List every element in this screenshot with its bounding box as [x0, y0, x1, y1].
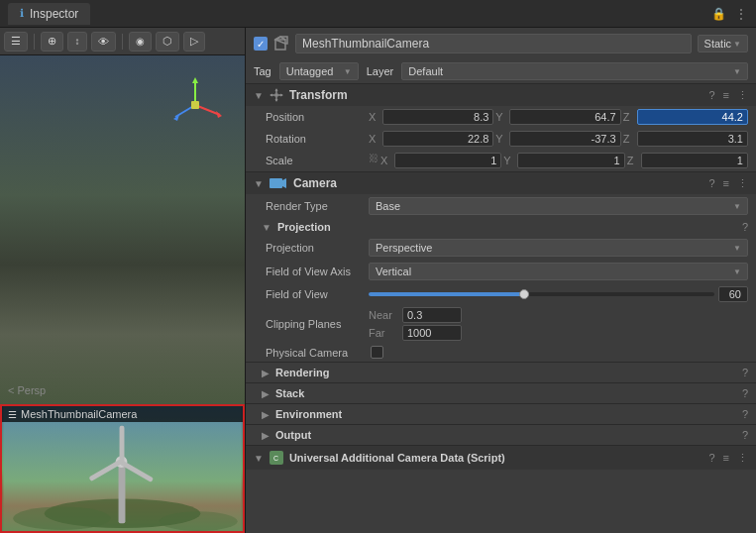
rendering-section[interactable]: ▶ Rendering ?	[246, 362, 756, 382]
tag-text-label: Tag	[254, 65, 271, 77]
rotation-z-field: Z 3.1	[623, 131, 748, 147]
clipping-planes-row: Clipping Planes Near 0.3 Far 1000	[246, 305, 756, 343]
fov-slider-thumb[interactable]	[519, 289, 529, 299]
toolbar-sep-2	[122, 34, 123, 50]
stack-section[interactable]: ▶ Stack ?	[246, 382, 756, 403]
scale-z-value[interactable]: 1	[641, 153, 748, 168]
inspector-tab[interactable]: ℹ Inspector	[8, 3, 90, 25]
projection-help-icon[interactable]: ?	[742, 221, 748, 233]
output-section[interactable]: ▶ Output ?	[246, 424, 756, 445]
render-type-arrow: ▼	[733, 202, 741, 211]
toolbar-view-btn[interactable]: 👁	[91, 32, 116, 52]
environment-title: Environment	[275, 408, 736, 420]
scale-x-field: X 1	[380, 153, 501, 168]
object-name-field[interactable]: MeshThumbnailCamera	[295, 34, 692, 53]
physical-camera-checkbox[interactable]	[371, 346, 383, 359]
rotation-y-field: Y -37.3	[495, 131, 620, 147]
scale-z-field: Z 1	[627, 153, 748, 168]
inspector-tab-label: Inspector	[30, 7, 78, 21]
transform-help-icon[interactable]: ?	[708, 89, 714, 102]
tab-bar-actions: 🔒 ⋮	[711, 6, 748, 22]
tab-bar: ℹ Inspector 🔒 ⋮	[0, 0, 756, 28]
toolbar-persp-btn[interactable]: ◉	[129, 32, 152, 52]
layer-dropdown[interactable]: Default ▼	[401, 62, 748, 80]
position-z-value[interactable]: 44.2	[637, 109, 748, 125]
transform-icon	[270, 88, 283, 102]
camera-section-header[interactable]: ▼ Camera ? ≡ ⋮	[246, 171, 756, 194]
fov-axis-value: Vertical	[376, 266, 411, 277]
scale-x-value[interactable]: 1	[394, 153, 501, 168]
transform-more-icon[interactable]: ⋮	[737, 89, 748, 102]
rendering-help-icon[interactable]: ?	[742, 367, 748, 378]
camera-preview-menu-icon: ☰	[8, 409, 17, 420]
scale-y-value[interactable]: 1	[517, 153, 624, 168]
output-title: Output	[275, 429, 736, 441]
axis-gizmo	[165, 75, 225, 135]
toolbar-play-btn[interactable]: ▷	[183, 32, 205, 52]
toolbar-pivot-btn[interactable]: ⊕	[41, 32, 63, 52]
scale-x-label: X	[380, 155, 392, 166]
environment-help-icon[interactable]: ?	[742, 408, 748, 420]
svg-rect-11	[120, 426, 125, 463]
object-enabled-checkbox[interactable]: ✓	[254, 37, 268, 51]
position-y-value[interactable]: 64.7	[509, 109, 620, 125]
camera-section-title: Camera	[293, 176, 702, 190]
camera-settings-icon[interactable]: ≡	[723, 177, 729, 190]
projection-dropdown[interactable]: Perspective ▼	[369, 239, 748, 257]
scale-row: Scale ⛓ X 1 Y 1 Z 1	[246, 150, 756, 171]
rotation-x-value[interactable]: 22.8	[382, 131, 493, 147]
fov-label: Field of View	[266, 288, 365, 300]
universal-more-icon[interactable]: ⋮	[737, 452, 748, 465]
fov-axis-dropdown[interactable]: Vertical ▼	[369, 263, 748, 280]
near-value[interactable]: 0.3	[402, 307, 462, 323]
universal-settings-icon[interactable]: ≡	[723, 452, 729, 465]
rotation-z-value[interactable]: 3.1	[637, 131, 748, 147]
position-xyz-group: X 8.3 Y 64.7 Z 44.2	[369, 109, 748, 125]
tag-dropdown[interactable]: Untagged ▼	[279, 62, 359, 80]
output-help-icon[interactable]: ?	[742, 429, 748, 441]
universal-section-header[interactable]: ▼ C Universal Additional Camera Data (Sc…	[246, 445, 756, 470]
position-x-value[interactable]: 8.3	[382, 109, 493, 125]
fov-row: Field of View 60	[246, 283, 756, 305]
svg-point-20	[274, 93, 278, 97]
static-dropdown[interactable]: Static ▼	[698, 35, 748, 53]
position-z-label: Z	[623, 111, 635, 123]
transform-section-header[interactable]: ▼ Transform ? ≡ ⋮	[246, 83, 756, 106]
physical-camera-row: Physical Camera	[246, 343, 756, 362]
layer-text-label: Layer	[367, 65, 394, 77]
object-cube-icon	[273, 36, 289, 52]
camera-preview-image	[2, 406, 243, 531]
universal-icon: C	[270, 451, 283, 465]
toolbar-menu-btn[interactable]: ☰	[4, 32, 28, 52]
more-icon[interactable]: ⋮	[734, 6, 748, 22]
position-y-label: Y	[495, 111, 507, 123]
static-arrow: ▼	[733, 40, 741, 49]
camera-more-icon[interactable]: ⋮	[737, 177, 748, 190]
rotation-xyz-group: X 22.8 Y -37.3 Z 3.1	[369, 131, 748, 147]
camera-help-icon[interactable]: ?	[708, 177, 714, 190]
far-value[interactable]: 1000	[402, 325, 462, 341]
stack-title: Stack	[275, 387, 736, 399]
projection-label: Projection	[266, 242, 365, 254]
left-panel: ☰ ⊕ ↕ 👁 ◉ ⬡ ▷	[0, 28, 246, 533]
render-type-dropdown[interactable]: Base ▼	[369, 197, 748, 215]
rotation-y-value[interactable]: -37.3	[509, 131, 620, 147]
rendering-title: Rendering	[275, 367, 736, 378]
scale-y-label: Y	[503, 155, 515, 166]
environment-section[interactable]: ▶ Environment ?	[246, 403, 756, 424]
position-x-label: X	[369, 111, 380, 123]
lock-icon[interactable]: 🔒	[711, 7, 726, 21]
scale-xyz-group: ⛓ X 1 Y 1 Z 1	[369, 153, 748, 168]
position-x-field: X 8.3	[369, 109, 493, 125]
clipping-inner: Near 0.3 Far 1000	[369, 307, 748, 341]
toolbar-transform-btn[interactable]: ↕	[67, 32, 87, 52]
projection-subsection-header[interactable]: ▼ Projection ?	[246, 218, 756, 236]
scale-label: Scale	[266, 155, 365, 166]
fov-slider-track[interactable]	[369, 292, 714, 296]
rendering-expand-icon: ▶	[262, 368, 270, 378]
stack-help-icon[interactable]: ?	[742, 387, 748, 399]
toolbar-shading-btn[interactable]: ⬡	[156, 32, 179, 52]
universal-help-icon[interactable]: ?	[708, 452, 714, 465]
fov-value[interactable]: 60	[718, 286, 748, 302]
transform-settings-icon[interactable]: ≡	[723, 89, 729, 102]
